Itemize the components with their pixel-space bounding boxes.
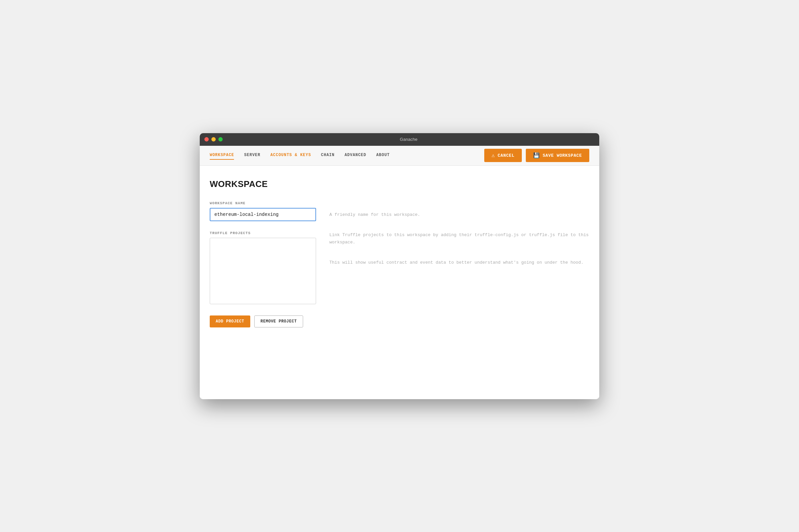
tab-server[interactable]: SERVER — [244, 151, 260, 160]
navbar: WORKSPACE SERVER ACCOUNTS & KEYS CHAIN A… — [200, 146, 599, 166]
window-title: Ganache — [223, 137, 595, 142]
page-title: WORKSPACE — [210, 179, 589, 189]
nav-tabs: WORKSPACE SERVER ACCOUNTS & KEYS CHAIN A… — [210, 151, 484, 160]
tab-chain[interactable]: CHAIN — [321, 151, 335, 160]
tab-workspace[interactable]: WORKSPACE — [210, 151, 234, 160]
content-area: WORKSPACE WORKSPACE NAME TRUFFLE PROJECT… — [200, 166, 599, 399]
app-window: Ganache WORKSPACE SERVER ACCOUNTS & KEYS… — [200, 133, 599, 399]
truffle-projects-section: TRUFFLE PROJECTS — [210, 231, 316, 305]
titlebar-buttons — [204, 137, 223, 141]
tab-about[interactable]: ABOUT — [376, 151, 390, 160]
save-workspace-button[interactable]: 💾 SAVE WORKSPACE — [526, 149, 589, 162]
project-buttons: ADD PROJECT REMOVE PROJECT — [210, 316, 316, 327]
remove-project-button[interactable]: REMOVE PROJECT — [254, 316, 303, 327]
left-panel: WORKSPACE NAME TRUFFLE PROJECTS ADD PROJ… — [210, 201, 316, 327]
save-icon: 💾 — [533, 152, 540, 159]
cancel-button[interactable]: ⚠ CANCEL — [484, 149, 522, 162]
tab-accounts-keys[interactable]: ACCOUNTS & KEYS — [270, 151, 311, 160]
save-label: SAVE WORKSPACE — [543, 153, 582, 158]
tab-advanced[interactable]: ADVANCED — [345, 151, 366, 160]
nav-actions: ⚠ CANCEL 💾 SAVE WORKSPACE — [484, 149, 589, 162]
truffle-hint-2: This will show useful contract and event… — [329, 259, 589, 266]
cancel-icon: ⚠ — [492, 152, 495, 159]
main-layout: WORKSPACE NAME TRUFFLE PROJECTS ADD PROJ… — [210, 201, 589, 327]
truffle-projects-textarea[interactable] — [210, 238, 316, 304]
close-button[interactable] — [204, 137, 209, 141]
truffle-hint-1: Link Truffle projects to this workspace … — [329, 231, 589, 246]
right-panel: A friendly name for this workspace. Link… — [329, 201, 589, 327]
workspace-name-input[interactable] — [210, 208, 316, 221]
truffle-projects-label: TRUFFLE PROJECTS — [210, 231, 316, 235]
minimize-button[interactable] — [212, 137, 216, 141]
workspace-name-hint: A friendly name for this workspace. — [329, 211, 589, 218]
titlebar: Ganache — [200, 133, 599, 146]
workspace-name-section: WORKSPACE NAME — [210, 201, 316, 221]
maximize-button[interactable] — [218, 137, 223, 141]
cancel-label: CANCEL — [497, 153, 514, 158]
workspace-name-label: WORKSPACE NAME — [210, 201, 316, 205]
add-project-button[interactable]: ADD PROJECT — [210, 316, 250, 327]
